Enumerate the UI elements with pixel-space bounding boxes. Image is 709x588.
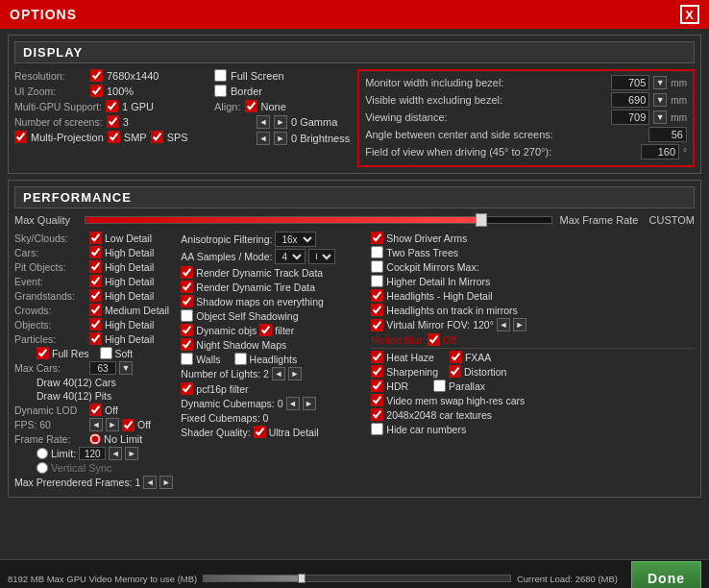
fov-input[interactable]: [641, 144, 679, 159]
nolimit-radio[interactable]: [89, 433, 101, 445]
gpu-memory-slider[interactable]: [203, 575, 511, 582]
numlights-left[interactable]: ◄: [272, 367, 285, 380]
headlights-checkbox[interactable]: [234, 353, 247, 365]
twopasstrees-checkbox[interactable]: [371, 246, 383, 258]
aa-select[interactable]: 4x: [275, 249, 306, 264]
uizoom-checkbox[interactable]: [90, 85, 103, 97]
maxcars-row: Max Cars: ▼: [14, 361, 173, 375]
virtualmirror-right[interactable]: ►: [513, 318, 526, 331]
renderdyntrack-checkbox[interactable]: [181, 266, 193, 279]
cockpitmirrors-row: Cockpit Mirrors Max:: [371, 260, 695, 273]
cars-checkbox[interactable]: [89, 246, 102, 258]
dynobjs-checkbox[interactable]: [181, 324, 193, 336]
numlights-right[interactable]: ►: [288, 367, 302, 380]
event-checkbox[interactable]: [89, 275, 102, 287]
multigpu-checkbox[interactable]: [106, 100, 118, 112]
virtualmirror-checkbox[interactable]: [371, 319, 383, 331]
numscreens-checkbox[interactable]: [107, 115, 119, 128]
performance-section-header: PERFORMANCE: [14, 186, 695, 208]
hdr-checkbox[interactable]: [371, 380, 383, 392]
resolution-checkbox[interactable]: [90, 69, 103, 82]
maxcars-down[interactable]: ▼: [119, 361, 133, 375]
prerendered-left[interactable]: ◄: [143, 476, 157, 489]
viewing-distance-input[interactable]: [611, 110, 649, 125]
soft-checkbox[interactable]: [100, 347, 112, 359]
close-button[interactable]: X: [680, 5, 699, 24]
fxaa-checkbox[interactable]: [450, 351, 462, 363]
aniso-select[interactable]: 16x: [275, 232, 316, 247]
headlightsontrack-checkbox[interactable]: [371, 304, 383, 316]
visible-width-down[interactable]: ▼: [653, 93, 667, 107]
particles-checkbox[interactable]: [89, 332, 102, 345]
cockpitmirrors-checkbox[interactable]: [371, 260, 383, 273]
shadowmaps-checkbox[interactable]: [181, 295, 193, 307]
angle-input[interactable]: [648, 127, 687, 142]
pcf-checkbox[interactable]: [181, 382, 193, 395]
vsync-label: Vertical Sync: [51, 462, 112, 474]
dynamiclod-checkbox[interactable]: [89, 404, 102, 416]
quality-knob[interactable]: [476, 213, 487, 227]
done-button[interactable]: Done: [631, 561, 701, 588]
headlightshigh-checkbox[interactable]: [371, 289, 383, 302]
textures2048-checkbox[interactable]: [371, 408, 383, 421]
virtualmirror-left[interactable]: ◄: [497, 318, 510, 331]
motionblur-checkbox[interactable]: [428, 333, 440, 346]
heathaze-checkbox[interactable]: [371, 351, 383, 363]
renderdyntire-checkbox[interactable]: [181, 281, 193, 293]
grandstands-checkbox[interactable]: [89, 289, 102, 302]
dyncubemaps-right[interactable]: ►: [303, 397, 316, 410]
particles-value: High Detail: [105, 333, 154, 345]
fps-checkbox[interactable]: [122, 419, 134, 431]
headlights-label: Headlights: [250, 354, 298, 365]
limit-input[interactable]: [79, 447, 106, 460]
objectshadow-checkbox[interactable]: [181, 309, 193, 322]
nightshadow-checkbox[interactable]: [181, 338, 193, 351]
fps-left[interactable]: ◄: [89, 418, 103, 431]
driverarms-checkbox[interactable]: [371, 232, 383, 244]
gpu-memory-row: 8192 MB Max GPU Video Memory to use (MB)…: [0, 560, 709, 588]
monitor-width-bezel-down[interactable]: ▼: [653, 76, 667, 89]
nolimit-label: No Limit: [104, 433, 142, 445]
crowds-checkbox[interactable]: [89, 304, 102, 316]
monitor-width-bezel-input[interactable]: [611, 75, 649, 90]
shader-checkbox[interactable]: [254, 426, 266, 438]
hidecarnumbers-checkbox[interactable]: [371, 423, 383, 435]
walls-checkbox[interactable]: [181, 353, 193, 365]
prerendered-right[interactable]: ►: [159, 476, 173, 489]
fps-right[interactable]: ►: [106, 418, 119, 431]
filter-checkbox[interactable]: [259, 324, 272, 336]
smp-checkbox[interactable]: [108, 131, 120, 143]
parallax-checkbox[interactable]: [433, 380, 446, 392]
viewing-distance-down[interactable]: ▼: [653, 110, 667, 124]
brightness-left-btn[interactable]: ◄: [257, 132, 270, 145]
align-none-checkbox[interactable]: [245, 100, 257, 112]
fullres-checkbox[interactable]: [37, 347, 49, 359]
multiprojection-checkbox[interactable]: [14, 131, 27, 143]
gpu-memory-knob[interactable]: [298, 574, 306, 583]
limit-radio[interactable]: [37, 448, 48, 459]
limit-right[interactable]: ►: [125, 447, 138, 460]
pitobjects-checkbox[interactable]: [89, 260, 102, 273]
motionblur-value: Off: [443, 334, 456, 346]
sps-checkbox[interactable]: [151, 131, 163, 143]
driverarms-row: Show Driver Arms: [371, 232, 695, 244]
fullscreen-checkbox[interactable]: [214, 69, 227, 82]
sharpening-checkbox[interactable]: [371, 365, 383, 378]
maxcars-input[interactable]: [89, 361, 116, 375]
higherdetailmirrors-checkbox[interactable]: [371, 275, 383, 287]
sky-checkbox[interactable]: [89, 232, 102, 244]
vsync-radio[interactable]: [37, 462, 48, 474]
quality-bar[interactable]: [85, 216, 552, 224]
limit-left[interactable]: ◄: [109, 447, 122, 460]
border-checkbox[interactable]: [214, 85, 227, 97]
visible-width-input[interactable]: [611, 92, 649, 108]
videomemswap-checkbox[interactable]: [371, 394, 383, 406]
aa-mode-select[interactable]: 0: [308, 249, 335, 264]
gamma-right-btn[interactable]: ►: [274, 115, 287, 129]
distortion-checkbox[interactable]: [449, 365, 461, 378]
gamma-left-btn[interactable]: ◄: [257, 115, 270, 129]
drawpits-row: Draw 40(12) Pits: [14, 390, 173, 402]
objects-checkbox[interactable]: [89, 318, 102, 331]
brightness-right-btn[interactable]: ►: [274, 132, 287, 145]
dyncubemaps-left[interactable]: ◄: [286, 397, 300, 410]
